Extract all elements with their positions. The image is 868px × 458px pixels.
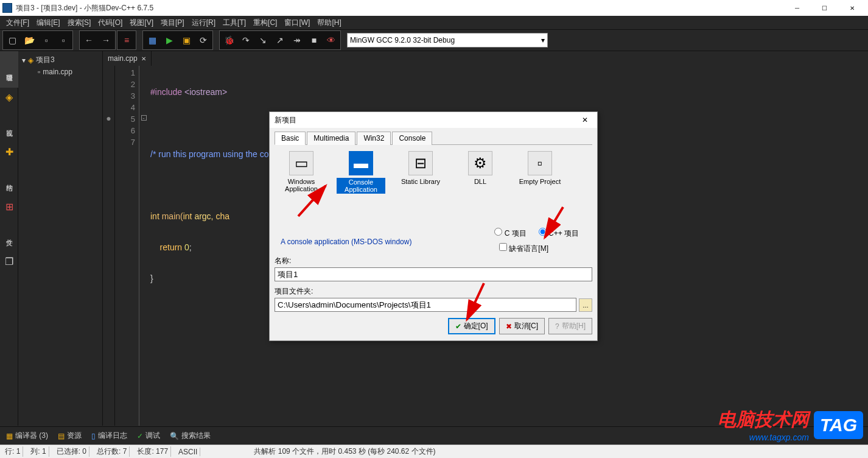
compile-run-icon[interactable]: ▣ [178, 32, 195, 49]
status-len: 长度: 177 [135, 446, 171, 457]
menu-edit[interactable]: 编辑[E] [33, 16, 64, 29]
tpl-static-lib[interactable]: ⊟Static Library [396, 151, 445, 194]
tpl-empty[interactable]: ▫Empty Project [516, 151, 564, 194]
library-icon: ⊟ [408, 151, 433, 175]
bottom-log[interactable]: ▯编译日志 [89, 431, 130, 441]
file-tab-label: main.cpp [108, 54, 138, 63]
save-all-icon[interactable]: ▫ [55, 32, 72, 49]
reformat-icon[interactable]: ≡ [118, 32, 135, 49]
tab-basic[interactable]: Basic [275, 132, 306, 145]
cancel-button[interactable]: ✖取消[C] [499, 318, 545, 334]
compile-icon[interactable]: ▦ [144, 32, 161, 49]
project-file[interactable]: ▫ main.cpp [21, 66, 100, 77]
question-icon: ? [555, 322, 559, 331]
project-name: 项目3 [36, 55, 55, 65]
shield-icon[interactable]: ◈ [0, 88, 18, 106]
toolbar: ▢ 📂 ▫ ▫ ← → ≡ ▦ ▶ ▣ ⟳ 🐞 ↷ ↘ ↗ ↠ ■ 👁 MinG… [0, 29, 868, 51]
bottom-search[interactable]: 🔍搜索结果 [167, 431, 213, 441]
new-file-icon[interactable]: ▢ [4, 32, 21, 49]
menu-file[interactable]: 文件[F] [2, 16, 33, 29]
dialog-tabs: Basic Multimedia Win32 Console [275, 132, 592, 145]
status-sel: 已选择: 0 [54, 446, 89, 457]
dialog-close-icon[interactable]: ✕ [578, 116, 592, 124]
minus-icon: ▾ [22, 56, 26, 65]
open-icon[interactable]: 📂 [21, 32, 38, 49]
menu-window[interactable]: 窗口[W] [281, 16, 313, 29]
close-tab-icon[interactable]: ✕ [141, 55, 146, 62]
plus-icon[interactable]: ✚ [0, 143, 18, 161]
ok-button[interactable]: ✔确定[O] [448, 318, 495, 334]
status-total: 总行数: 7 [94, 446, 130, 457]
step-into-icon[interactable]: ↘ [254, 32, 271, 49]
dialog-titlebar[interactable]: 新项目 ✕ [270, 112, 597, 128]
radio-c[interactable]: C 项目 [494, 228, 526, 239]
continue-icon[interactable]: ↠ [289, 32, 306, 49]
vtab-file[interactable]: 文件 [0, 216, 18, 252]
tpl-console-app[interactable]: ▬Console Application [337, 151, 385, 194]
menu-run[interactable]: 运行[R] [188, 16, 219, 29]
check-icon: ✔ [455, 322, 461, 331]
compiler-select[interactable]: MinGW GCC 9.2.0 32-bit Debug ▾ [347, 33, 548, 48]
menu-search[interactable]: 搜索[S] [64, 16, 95, 29]
window-icon: ▭ [289, 151, 313, 175]
vtab-project[interactable]: 项目管理 [0, 51, 18, 88]
breakpoint-gutter[interactable]: ● [103, 66, 115, 426]
menu-tools[interactable]: 工具[T] [219, 16, 250, 29]
maximize-button[interactable]: ☐ [811, 0, 838, 16]
name-label: 名称: [275, 256, 592, 266]
step-over-icon[interactable]: ↷ [237, 32, 254, 49]
bottom-compiler[interactable]: ▦编译器 (3) [4, 431, 51, 441]
help-button[interactable]: ?帮助[H] [548, 318, 592, 334]
watermark-cn: 电脑技术网 [718, 407, 809, 432]
copy-icon[interactable]: ❐ [0, 252, 18, 270]
title-bar: 项目3 - [项目3.dev] - 小熊猫Dev-C++ 6.7.5 ─ ☐ ✕ [0, 0, 868, 16]
menu-help[interactable]: 帮助[H] [313, 16, 345, 29]
vtab-struct[interactable]: 结构 [0, 161, 18, 197]
vtab-watch[interactable]: 监视 [0, 106, 18, 143]
fold-minus-icon[interactable]: - [141, 115, 147, 121]
project-panel: ▾ ◈ 项目3 ▫ main.cpp [18, 51, 103, 426]
hierarchy-icon[interactable]: ⊞ [0, 197, 18, 216]
minimize-button[interactable]: ─ [783, 0, 811, 16]
folder-label: 项目文件夹: [275, 286, 592, 297]
menu-refactor[interactable]: 重构[C] [250, 16, 281, 29]
tab-multimedia[interactable]: Multimedia [307, 132, 355, 145]
project-name-input[interactable] [275, 267, 592, 281]
watermark-url: www.tagxp.com [718, 432, 809, 442]
tpl-windows-app[interactable]: ▭Windows Application [277, 151, 326, 194]
stop-debug-icon[interactable]: ■ [306, 32, 323, 49]
status-bar: 行: 1 列: 1 已选择: 0 总行数: 7 长度: 177 ASCII 共解… [0, 445, 868, 458]
tpl-dll[interactable]: ⚙DLL [456, 151, 505, 194]
rebuild-icon[interactable]: ⟳ [195, 32, 212, 49]
tab-win32[interactable]: Win32 [357, 132, 391, 145]
compiler-label: MinGW GCC 9.2.0 32-bit Debug [350, 36, 455, 44]
file-tab[interactable]: main.cpp ✕ [103, 51, 152, 66]
editor-tabstrip: main.cpp ✕ [103, 51, 868, 66]
breakpoint-icon[interactable]: ● [103, 112, 114, 124]
step-out-icon[interactable]: ↗ [271, 32, 289, 49]
bottom-resource[interactable]: ▤资源 [55, 431, 84, 441]
forward-icon[interactable]: → [97, 32, 114, 49]
menu-project[interactable]: 项目[P] [157, 16, 188, 29]
close-button[interactable]: ✕ [838, 0, 866, 16]
menu-view[interactable]: 视图[V] [126, 16, 157, 29]
check-default-lang[interactable]: 缺省语言[M] [499, 244, 548, 253]
fold-gutter[interactable]: - [139, 66, 148, 426]
menu-code[interactable]: 代码[O] [94, 16, 126, 29]
menu-bar: 文件[F] 编辑[E] 搜索[S] 代码[O] 视图[V] 项目[P] 运行[R… [0, 16, 868, 29]
browse-button[interactable]: … [579, 298, 592, 312]
save-icon[interactable]: ▫ [38, 32, 55, 49]
project-folder-input[interactable] [275, 298, 576, 312]
tab-console[interactable]: Console [392, 132, 432, 145]
watch-icon[interactable]: 👁 [323, 32, 340, 49]
debug-icon[interactable]: 🐞 [220, 32, 237, 49]
status-parse: 共解析 109 个文件，用时 0.453 秒 (每秒 240.62 个文件) [254, 446, 435, 457]
project-root[interactable]: ▾ ◈ 项目3 [21, 54, 100, 66]
back-icon[interactable]: ← [80, 32, 97, 49]
left-tabbar: 项目管理 ◈ 监视 ✚ 结构 ⊞ 文件 ❐ [0, 51, 18, 426]
empty-icon: ▫ [528, 151, 552, 175]
run-icon[interactable]: ▶ [161, 32, 178, 49]
bottom-debug[interactable]: ✓调试 [135, 431, 163, 441]
radio-cpp[interactable]: C++ 项目 [539, 228, 579, 239]
file-icon: ▫ [38, 68, 40, 76]
